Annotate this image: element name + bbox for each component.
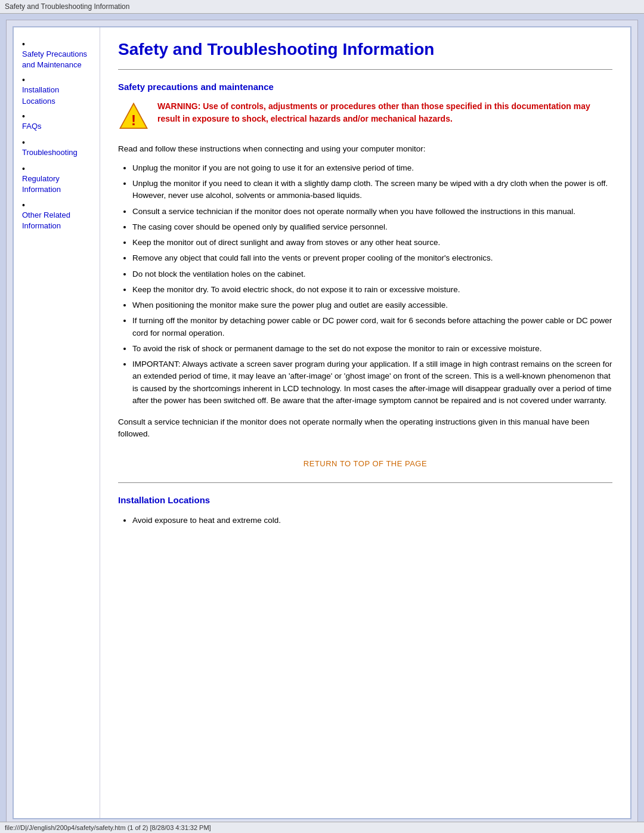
safety-bullet-list: Unplug the monitor if you are not going … (132, 162, 612, 407)
status-bar: file:///D|/J/english/200p4/safety/safety… (0, 822, 644, 833)
list-item: To avoid the risk of shock or permanent … (132, 343, 612, 355)
main-content: Safety and Troubleshooting Information S… (100, 27, 630, 818)
installation-bullet-list: Avoid exposure to heat and extreme cold. (132, 515, 612, 527)
page-title: Safety and Troubleshooting Information (118, 39, 612, 60)
section-safety-precautions: Safety precautions and maintenance ! WAR… (118, 82, 612, 483)
consult-text: Consult a service technician if the moni… (118, 416, 612, 441)
sidebar: •Safety Precautions and Maintenance •Ins… (14, 27, 100, 818)
list-item: When positioning the monitor make sure t… (132, 299, 612, 311)
installation-section-title: Installation Locations (118, 495, 612, 505)
warning-box: ! WARNING: Use of controls, adjustments … (118, 100, 612, 132)
inner-frame: •Safety Precautions and Maintenance •Ins… (13, 26, 631, 819)
divider-middle (118, 482, 612, 483)
list-item: Keep the monitor out of direct sunlight … (132, 237, 612, 249)
warning-icon: ! (118, 101, 149, 132)
sidebar-group-other: •Other Related Information (22, 200, 94, 231)
sidebar-item-other-related[interactable]: Other Related Information (22, 210, 94, 231)
title-bar: Safety and Troubleshooting Information (0, 0, 644, 14)
sidebar-item-faqs[interactable]: FAQs (22, 121, 94, 132)
section1-title: Safety precautions and maintenance (118, 82, 612, 92)
sidebar-item-troubleshooting[interactable]: Troubleshooting (22, 147, 94, 158)
sidebar-group-regulatory: •Regulatory Information (22, 164, 94, 195)
sidebar-group-installation: •Installation Locations (22, 75, 94, 106)
intro-text: Read and follow these instructions when … (118, 143, 612, 155)
list-item: IMPORTANT: Always activate a screen save… (132, 358, 612, 407)
sidebar-group-troubleshooting: •Troubleshooting (22, 138, 94, 158)
sidebar-item-safety-precautions[interactable]: Safety Precautions and Maintenance (22, 49, 94, 70)
outer-frame: •Safety Precautions and Maintenance •Ins… (6, 20, 638, 831)
list-item: Do not block the ventilation holes on th… (132, 268, 612, 280)
svg-text:!: ! (131, 112, 136, 128)
title-bar-text: Safety and Troubleshooting Information (5, 2, 129, 11)
sidebar-bullet-safety: • (22, 39, 25, 49)
sidebar-bullet-other: • (22, 200, 25, 210)
list-item: Keep the monitor dry. To avoid electric … (132, 284, 612, 296)
list-item: Avoid exposure to heat and extreme cold. (132, 515, 612, 527)
list-item: Unplug the monitor if you need to clean … (132, 178, 612, 202)
divider-top (118, 69, 612, 70)
list-item: If turning off the monitor by detaching … (132, 315, 612, 339)
sidebar-group-faqs: •FAQs (22, 112, 94, 132)
sidebar-bullet-regulatory: • (22, 164, 25, 174)
sidebar-bullet-installation: • (22, 75, 25, 85)
list-item: Consult a service technician if the moni… (132, 206, 612, 218)
sidebar-bullet-faqs: • (22, 112, 25, 121)
list-item: The casing cover should be opened only b… (132, 221, 612, 233)
list-item: Unplug the monitor if you are not going … (132, 162, 612, 174)
section-installation-locations: Installation Locations Avoid exposure to… (118, 495, 612, 527)
sidebar-item-regulatory-information[interactable]: Regulatory Information (22, 174, 94, 195)
return-to-top-link[interactable]: RETURN TO TOP OF THE PAGE (304, 459, 427, 468)
status-bar-text: file:///D|/J/english/200p4/safety/safety… (5, 824, 211, 831)
list-item: Remove any object that could fall into t… (132, 252, 612, 264)
return-to-top-container: RETURN TO TOP OF THE PAGE (118, 459, 612, 468)
warning-text: WARNING: Use of controls, adjustments or… (157, 100, 612, 125)
sidebar-item-installation-locations[interactable]: Installation Locations (22, 85, 94, 106)
sidebar-bullet-troubleshooting: • (22, 138, 25, 147)
sidebar-group-safety: •Safety Precautions and Maintenance (22, 39, 94, 70)
